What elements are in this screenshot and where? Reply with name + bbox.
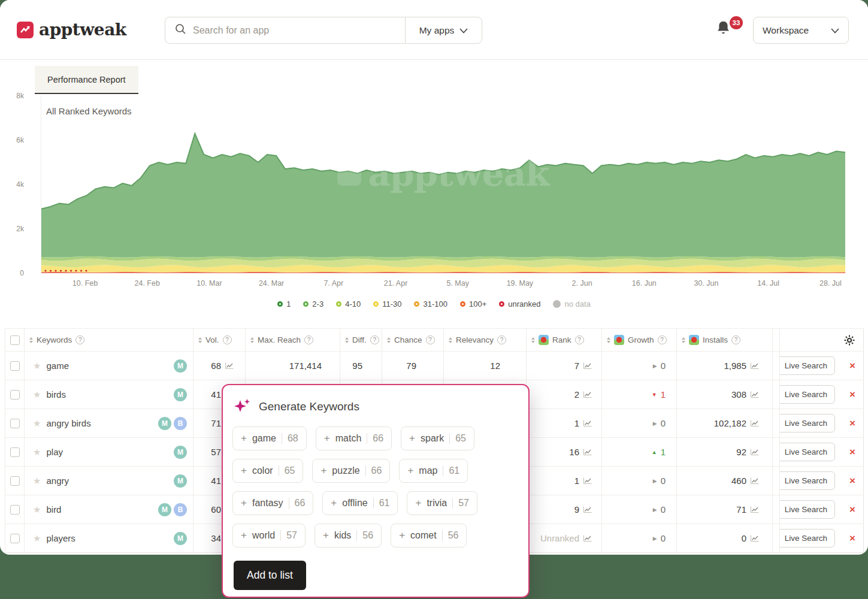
legend-item-2-3[interactable]: 2-3 — [303, 300, 323, 308]
keyword-chip[interactable]: + color 65 — [232, 459, 303, 483]
keyword-chip[interactable]: + offline 61 — [322, 491, 398, 515]
sort-icon[interactable] — [345, 337, 349, 343]
legend-item-31-100[interactable]: 31-100 — [414, 300, 447, 308]
remove-icon[interactable]: × — [849, 476, 855, 486]
star-icon[interactable]: ★ — [33, 447, 41, 458]
remove-icon[interactable]: × — [849, 418, 855, 428]
help-icon[interactable]: ? — [223, 335, 232, 344]
star-icon[interactable]: ★ — [33, 504, 41, 515]
sort-icon[interactable] — [387, 337, 391, 343]
row-checkbox[interactable] — [10, 419, 20, 428]
help-icon[interactable]: ? — [575, 335, 584, 344]
header-installs[interactable]: Installs? — [677, 335, 772, 345]
row-checkbox[interactable] — [10, 505, 20, 515]
header-vol[interactable]: Vol.? — [193, 335, 245, 344]
history-chart-icon[interactable] — [750, 535, 759, 542]
apptweak-logo[interactable]: apptweak — [17, 20, 126, 40]
keyword-chip[interactable]: + fantasy 66 — [232, 491, 313, 515]
header-rank[interactable]: Rank? — [527, 335, 601, 345]
header-diff[interactable]: Diff.? — [340, 335, 382, 344]
legend-item-11-30[interactable]: 11-30 — [373, 300, 401, 308]
remove-icon[interactable]: × — [849, 389, 855, 400]
history-chart-icon[interactable] — [583, 449, 592, 456]
star-icon[interactable]: ★ — [33, 389, 41, 400]
remove-icon[interactable]: × — [849, 447, 855, 457]
help-icon[interactable]: ? — [658, 335, 667, 344]
history-chart-icon[interactable] — [750, 362, 759, 370]
live-search-button[interactable]: Live Search — [780, 500, 836, 519]
legend-item-no-data[interactable]: no data — [553, 300, 590, 308]
header-max-reach[interactable]: Max. Reach? — [246, 335, 340, 344]
sort-icon[interactable] — [250, 337, 254, 343]
live-search-button[interactable]: Live Search — [780, 385, 836, 404]
sort-icon[interactable] — [29, 337, 33, 343]
chart-plot-area[interactable]: All Ranked Keywords apptweak — [41, 96, 845, 273]
history-chart-icon[interactable] — [583, 535, 592, 542]
tab-performance-report[interactable]: Performance Report — [35, 66, 138, 94]
app-search[interactable] — [165, 17, 405, 43]
remove-icon[interactable]: × — [849, 504, 855, 515]
header-keywords[interactable]: Keywords? — [25, 335, 193, 344]
live-search-button[interactable]: Live Search — [780, 471, 836, 490]
keyword-chip[interactable]: + kids 56 — [314, 524, 382, 547]
row-checkbox[interactable] — [10, 534, 20, 543]
keyword-chip[interactable]: + puzzle 66 — [312, 459, 390, 483]
row-checkbox[interactable] — [10, 361, 20, 371]
keyword-chip[interactable]: + match 66 — [316, 426, 392, 450]
help-icon[interactable]: ? — [304, 335, 313, 344]
star-icon[interactable]: ★ — [33, 361, 41, 371]
search-input[interactable] — [193, 25, 395, 36]
help-icon[interactable]: ? — [370, 335, 379, 344]
legend-item-100+[interactable]: 100+ — [460, 300, 486, 308]
live-search-button[interactable]: Live Search — [780, 356, 836, 375]
sort-icon[interactable] — [449, 337, 452, 343]
sort-icon[interactable] — [531, 337, 535, 343]
legend-item-1[interactable]: 1 — [277, 300, 291, 308]
keyword-chip[interactable]: + game 68 — [232, 426, 307, 450]
row-checkbox[interactable] — [10, 476, 20, 486]
help-icon[interactable]: ? — [497, 335, 506, 344]
history-chart-icon[interactable] — [225, 362, 234, 370]
row-checkbox[interactable] — [10, 447, 20, 457]
legend-item-4-10[interactable]: 4-10 — [336, 300, 361, 308]
help-icon[interactable]: ? — [426, 335, 435, 344]
live-search-button[interactable]: Live Search — [780, 414, 836, 432]
history-chart-icon[interactable] — [583, 362, 592, 370]
history-chart-icon[interactable] — [750, 391, 759, 398]
keyword-chip[interactable]: + trivia 57 — [407, 491, 477, 515]
history-chart-icon[interactable] — [750, 420, 759, 427]
history-chart-icon[interactable] — [750, 477, 759, 485]
sort-icon[interactable] — [198, 337, 202, 343]
live-search-button[interactable]: Live Search — [780, 443, 836, 461]
table-settings[interactable] — [780, 335, 863, 346]
live-search-button[interactable]: Live Search — [780, 529, 836, 547]
keyword-chip[interactable]: + spark 65 — [401, 426, 474, 450]
header-chance[interactable]: Chance? — [382, 335, 443, 344]
my-apps-dropdown[interactable]: My apps — [405, 17, 482, 43]
star-icon[interactable]: ★ — [33, 418, 41, 429]
sort-icon[interactable] — [607, 337, 610, 343]
row-checkbox[interactable] — [10, 390, 20, 400]
help-icon[interactable]: ? — [75, 335, 84, 344]
workspace-dropdown[interactable]: Workspace — [753, 17, 849, 44]
history-chart-icon[interactable] — [583, 391, 592, 398]
keyword-chip[interactable]: + comet 56 — [391, 524, 467, 547]
keyword-chip[interactable]: + world 57 — [232, 524, 306, 547]
history-chart-icon[interactable] — [583, 420, 592, 427]
history-chart-icon[interactable] — [583, 477, 592, 485]
star-icon[interactable]: ★ — [33, 476, 41, 486]
header-growth[interactable]: Growth? — [602, 335, 676, 345]
notifications-bell[interactable]: 33 — [715, 20, 739, 41]
sort-icon[interactable] — [682, 337, 685, 343]
help-icon[interactable]: ? — [731, 335, 740, 344]
keyword-chip[interactable]: + map 61 — [399, 459, 468, 483]
legend-item-unranked[interactable]: unranked — [499, 300, 540, 308]
remove-icon[interactable]: × — [849, 361, 855, 371]
add-to-list-button[interactable]: Add to list — [234, 561, 306, 590]
history-chart-icon[interactable] — [583, 506, 592, 513]
remove-icon[interactable]: × — [849, 533, 855, 543]
history-chart-icon[interactable] — [750, 506, 759, 513]
header-relevancy[interactable]: Relevancy? — [444, 335, 526, 344]
select-all-checkbox[interactable] — [10, 335, 20, 345]
history-chart-icon[interactable] — [750, 449, 759, 456]
